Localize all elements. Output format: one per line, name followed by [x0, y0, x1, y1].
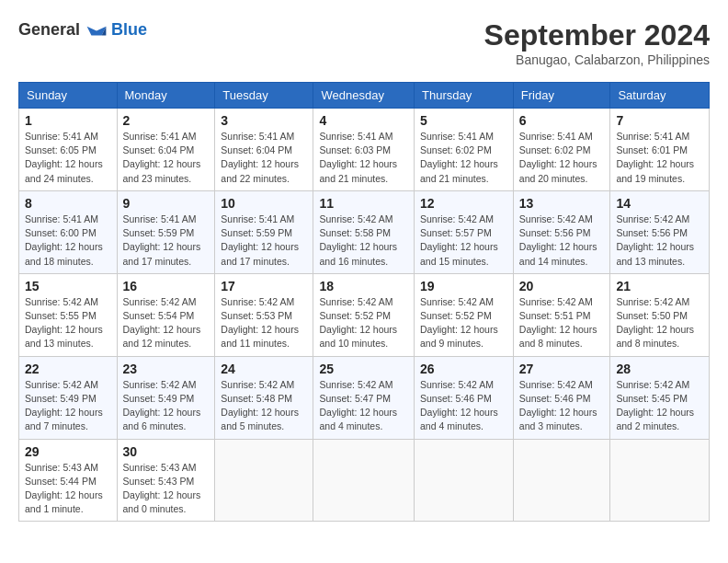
day-detail: Sunrise: 5:41 AM Sunset: 6:01 PM Dayligh… — [616, 130, 703, 186]
day-cell: 9Sunrise: 5:41 AM Sunset: 5:59 PM Daylig… — [117, 190, 215, 273]
week-row-2: 8Sunrise: 5:41 AM Sunset: 6:00 PM Daylig… — [19, 190, 710, 273]
day-cell: 19Sunrise: 5:42 AM Sunset: 5:52 PM Dayli… — [415, 273, 514, 356]
day-cell: 1Sunrise: 5:41 AM Sunset: 6:05 PM Daylig… — [19, 109, 118, 191]
day-number: 14 — [616, 196, 703, 211]
day-number: 1 — [25, 113, 111, 128]
day-detail: Sunrise: 5:42 AM Sunset: 5:53 PM Dayligh… — [221, 295, 307, 351]
day-detail: Sunrise: 5:42 AM Sunset: 5:49 PM Dayligh… — [25, 378, 111, 434]
day-cell — [215, 439, 313, 522]
day-detail: Sunrise: 5:42 AM Sunset: 5:50 PM Dayligh… — [616, 295, 703, 351]
day-number: 20 — [519, 279, 605, 293]
day-detail: Sunrise: 5:41 AM Sunset: 5:59 PM Dayligh… — [221, 213, 307, 269]
day-cell — [415, 439, 514, 522]
day-detail: Sunrise: 5:42 AM Sunset: 5:56 PM Dayligh… — [519, 213, 605, 269]
day-detail: Sunrise: 5:43 AM Sunset: 5:43 PM Dayligh… — [123, 461, 210, 517]
day-detail: Sunrise: 5:41 AM Sunset: 5:59 PM Dayligh… — [123, 213, 210, 269]
day-number: 23 — [123, 362, 210, 376]
logo-text-blue: Blue — [111, 20, 147, 40]
col-header-sunday: Sunday — [19, 83, 118, 109]
day-detail: Sunrise: 5:41 AM Sunset: 6:03 PM Dayligh… — [319, 130, 408, 186]
day-number: 12 — [420, 196, 507, 211]
day-cell: 23Sunrise: 5:42 AM Sunset: 5:49 PM Dayli… — [117, 356, 215, 439]
day-cell: 10Sunrise: 5:41 AM Sunset: 5:59 PM Dayli… — [215, 190, 313, 273]
day-number: 9 — [123, 196, 210, 211]
day-number: 29 — [25, 444, 111, 459]
day-cell: 20Sunrise: 5:42 AM Sunset: 5:51 PM Dayli… — [513, 273, 610, 356]
day-number: 10 — [221, 196, 307, 211]
day-cell: 12Sunrise: 5:42 AM Sunset: 5:57 PM Dayli… — [415, 190, 514, 273]
day-cell: 14Sunrise: 5:42 AM Sunset: 5:56 PM Dayli… — [610, 190, 710, 273]
logo-text-general: General — [18, 20, 80, 40]
day-cell: 24Sunrise: 5:42 AM Sunset: 5:48 PM Dayli… — [215, 356, 313, 439]
week-row-4: 22Sunrise: 5:42 AM Sunset: 5:49 PM Dayli… — [19, 356, 710, 439]
day-number: 27 — [519, 362, 605, 376]
day-number: 18 — [319, 279, 408, 293]
day-cell: 4Sunrise: 5:41 AM Sunset: 6:03 PM Daylig… — [313, 109, 415, 191]
day-number: 16 — [123, 279, 210, 293]
day-number: 11 — [319, 196, 408, 211]
day-cell: 27Sunrise: 5:42 AM Sunset: 5:46 PM Dayli… — [513, 356, 610, 439]
day-detail: Sunrise: 5:42 AM Sunset: 5:46 PM Dayligh… — [519, 378, 605, 434]
day-cell: 18Sunrise: 5:42 AM Sunset: 5:52 PM Dayli… — [313, 273, 415, 356]
day-number: 26 — [420, 362, 507, 376]
day-detail: Sunrise: 5:41 AM Sunset: 6:02 PM Dayligh… — [519, 130, 605, 186]
day-cell: 16Sunrise: 5:42 AM Sunset: 5:54 PM Dayli… — [117, 273, 215, 356]
day-cell: 7Sunrise: 5:41 AM Sunset: 6:01 PM Daylig… — [610, 109, 710, 191]
day-detail: Sunrise: 5:41 AM Sunset: 6:00 PM Dayligh… — [25, 213, 111, 269]
day-cell: 22Sunrise: 5:42 AM Sunset: 5:49 PM Dayli… — [19, 356, 118, 439]
calendar-title: September 2024 — [484, 18, 710, 52]
day-cell — [313, 439, 415, 522]
col-header-tuesday: Tuesday — [215, 83, 313, 109]
day-number: 17 — [221, 279, 307, 293]
day-cell: 30Sunrise: 5:43 AM Sunset: 5:43 PM Dayli… — [117, 439, 215, 522]
day-cell: 5Sunrise: 5:41 AM Sunset: 6:02 PM Daylig… — [415, 109, 514, 191]
day-number: 4 — [319, 113, 408, 128]
day-cell: 26Sunrise: 5:42 AM Sunset: 5:46 PM Dayli… — [415, 356, 514, 439]
day-detail: Sunrise: 5:42 AM Sunset: 5:57 PM Dayligh… — [420, 213, 507, 269]
day-number: 3 — [221, 113, 307, 128]
day-number: 7 — [616, 113, 703, 128]
day-cell: 11Sunrise: 5:42 AM Sunset: 5:58 PM Dayli… — [313, 190, 415, 273]
day-cell: 13Sunrise: 5:42 AM Sunset: 5:56 PM Dayli… — [513, 190, 610, 273]
day-number: 28 — [616, 362, 703, 376]
day-number: 15 — [25, 279, 111, 293]
day-number: 30 — [123, 444, 210, 459]
day-number: 2 — [123, 113, 210, 128]
col-header-wednesday: Wednesday — [313, 83, 415, 109]
calendar-subtitle: Banugao, Calabarzon, Philippines — [484, 52, 710, 67]
day-cell: 21Sunrise: 5:42 AM Sunset: 5:50 PM Dayli… — [610, 273, 710, 356]
day-detail: Sunrise: 5:42 AM Sunset: 5:48 PM Dayligh… — [221, 378, 307, 434]
day-detail: Sunrise: 5:42 AM Sunset: 5:58 PM Dayligh… — [319, 213, 408, 269]
day-number: 6 — [519, 113, 605, 128]
day-cell — [513, 439, 610, 522]
day-detail: Sunrise: 5:42 AM Sunset: 5:52 PM Dayligh… — [319, 295, 408, 351]
day-number: 24 — [221, 362, 307, 376]
day-number: 5 — [420, 113, 507, 128]
day-detail: Sunrise: 5:42 AM Sunset: 5:47 PM Dayligh… — [319, 378, 408, 434]
day-cell: 2Sunrise: 5:41 AM Sunset: 6:04 PM Daylig… — [117, 109, 215, 191]
day-cell: 15Sunrise: 5:42 AM Sunset: 5:55 PM Dayli… — [19, 273, 118, 356]
day-number: 13 — [519, 196, 605, 211]
col-header-thursday: Thursday — [415, 83, 514, 109]
col-header-saturday: Saturday — [610, 83, 710, 109]
day-detail: Sunrise: 5:42 AM Sunset: 5:54 PM Dayligh… — [123, 295, 210, 351]
title-area: September 2024 Banugao, Calabarzon, Phil… — [484, 18, 710, 67]
day-detail: Sunrise: 5:41 AM Sunset: 6:02 PM Dayligh… — [420, 130, 507, 186]
col-header-friday: Friday — [513, 83, 610, 109]
day-cell: 17Sunrise: 5:42 AM Sunset: 5:53 PM Dayli… — [215, 273, 313, 356]
day-number: 21 — [616, 279, 703, 293]
day-detail: Sunrise: 5:42 AM Sunset: 5:51 PM Dayligh… — [519, 295, 605, 351]
day-detail: Sunrise: 5:42 AM Sunset: 5:55 PM Dayligh… — [25, 295, 111, 351]
day-cell: 29Sunrise: 5:43 AM Sunset: 5:44 PM Dayli… — [19, 439, 118, 522]
day-detail: Sunrise: 5:42 AM Sunset: 5:45 PM Dayligh… — [616, 378, 703, 434]
day-cell: 28Sunrise: 5:42 AM Sunset: 5:45 PM Dayli… — [610, 356, 710, 439]
week-row-3: 15Sunrise: 5:42 AM Sunset: 5:55 PM Dayli… — [19, 273, 710, 356]
day-number: 22 — [25, 362, 111, 376]
day-detail: Sunrise: 5:42 AM Sunset: 5:56 PM Dayligh… — [616, 213, 703, 269]
day-number: 25 — [319, 362, 408, 376]
week-row-1: 1Sunrise: 5:41 AM Sunset: 6:05 PM Daylig… — [19, 109, 710, 191]
day-detail: Sunrise: 5:41 AM Sunset: 6:05 PM Dayligh… — [25, 130, 111, 186]
col-header-monday: Monday — [117, 83, 215, 109]
day-cell: 25Sunrise: 5:42 AM Sunset: 5:47 PM Dayli… — [313, 356, 415, 439]
logo: General Blue — [18, 18, 147, 40]
